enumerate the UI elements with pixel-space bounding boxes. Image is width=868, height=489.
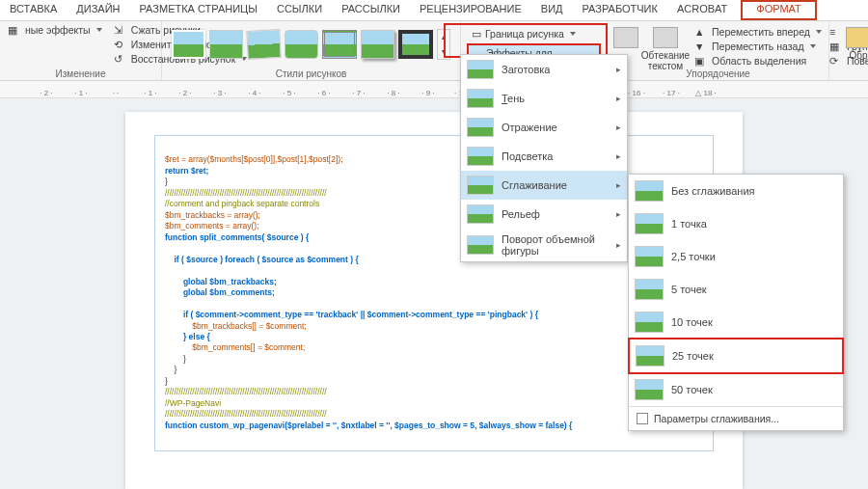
menu-item-reflection[interactable]: Отражение▸ [461, 113, 627, 142]
artistic-effects-button[interactable]: ▦ные эффекты [6, 23, 104, 37]
reset-icon: ↺ [114, 53, 127, 65]
code-line: $bm_trackbacks = array(); [165, 210, 260, 220]
style-thumb[interactable] [247, 29, 283, 60]
soft-edge-10pt[interactable]: 10 точек [629, 306, 843, 339]
tab-review[interactable]: РЕЦЕНЗИРОВАНИЕ [410, 0, 531, 20]
style-thumb[interactable] [285, 30, 318, 59]
border-icon: ▭ [472, 28, 481, 40]
compress-icon: ⇲ [114, 24, 127, 36]
code-line: ////////////////////////////////////////… [165, 409, 327, 419]
rotation-3d-icon [467, 235, 494, 255]
code-line: ////////////////////////////////////////… [165, 387, 327, 396]
soft-edge-1pt[interactable]: 1 точка [629, 207, 843, 240]
soft-edge-none[interactable]: Без сглаживания [629, 175, 843, 207]
crop-button[interactable]: Обр [835, 23, 868, 61]
soft-edges-icon [467, 176, 494, 195]
reflection-icon [467, 118, 494, 137]
soft-edges-gallery: Без сглаживания 1 точка 2,5 точки 5 точе… [628, 174, 844, 431]
group-label-arrange: Упорядочение [608, 68, 828, 79]
soft-edge-5pt[interactable]: 5 точек [629, 273, 843, 306]
soft-edge-50pt[interactable]: 50 точек [629, 373, 843, 406]
shadow-icon [467, 89, 494, 108]
code-line: } [165, 177, 168, 186]
picture-effects-menu: Заготовка▸ Тень▸ Отражение▸ Подсветка▸ С… [460, 54, 628, 262]
menu-item-glow[interactable]: Подсветка▸ [461, 142, 627, 171]
soft-edge-25pt[interactable]: 25 точек [628, 338, 844, 374]
wrap-text-button[interactable]: Обтекание текстом [642, 23, 689, 71]
soft-edges-options[interactable]: Параметры сглаживания... [629, 406, 843, 430]
code-line: //comment and pingback separate controls [165, 199, 319, 208]
change-picture-icon: ⟲ [114, 39, 127, 50]
code-line: } else { [165, 332, 210, 341]
tab-references[interactable]: ССЫЛКИ [267, 0, 332, 20]
menu-item-bevel[interactable]: Рельеф▸ [461, 200, 627, 229]
style-thumb[interactable] [398, 30, 433, 59]
bevel-icon [467, 204, 494, 224]
code-line: //WP-PageNavi [165, 398, 221, 408]
group-label-adjust: Изменение [0, 68, 161, 79]
tab-page-layout[interactable]: РАЗМЕТКА СТРАНИЦЫ [130, 0, 267, 20]
code-line: $ret = array($months[$post[0]],$post[1],… [165, 154, 343, 164]
code-line: $bm_trackbacks[] = $comment; [165, 321, 307, 331]
backward-icon: ▼ [694, 41, 708, 52]
crop-icon [846, 27, 868, 48]
style-thumb[interactable] [322, 30, 357, 59]
code-line: global $bm_trackbacks; [165, 277, 277, 286]
code-line: function custom_wp_pagenavi($prelabel = … [165, 421, 572, 430]
softedge-icon [636, 345, 665, 367]
code-line: function split_comments( $source ) { [165, 232, 309, 242]
soft-edge-2-5pt[interactable]: 2,5 точки [629, 240, 843, 273]
style-thumb[interactable] [361, 30, 394, 59]
submenu-arrow-icon: ▸ [616, 65, 621, 74]
selection-pane-button[interactable]: ▣Область выделения [692, 54, 824, 68]
bring-forward-button[interactable]: ▲Переместить вперед [692, 25, 824, 39]
position-icon [613, 27, 638, 48]
softedge-icon [635, 213, 664, 234]
picture-border-button[interactable]: ▭Граница рисунка [467, 25, 601, 42]
ribbon-tabs: ВСТАВКА ДИЗАЙН РАЗМЕТКА СТРАНИЦЫ ССЫЛКИ … [0, 0, 868, 21]
code-line: $bm_comments = array(); [165, 221, 259, 231]
code-line: if ( $comment->comment_type == 'trackbac… [165, 310, 538, 319]
code-line: global $bm_comments; [165, 287, 275, 297]
tab-acrobat[interactable]: ACROBAT [667, 0, 737, 20]
softedge-icon [635, 279, 664, 300]
style-thumb[interactable] [209, 30, 243, 59]
tab-mailings[interactable]: РАССЫЛКИ [332, 0, 410, 20]
code-line: } [165, 354, 186, 364]
send-backward-button[interactable]: ▼Переместить назад [692, 40, 824, 53]
code-line: } [165, 365, 176, 374]
code-line: if ( $source ) foreach ( $source as $com… [165, 255, 359, 264]
style-thumb[interactable] [172, 30, 205, 59]
group-label-styles: Стили рисунков [162, 68, 460, 79]
tab-view[interactable]: ВИД [531, 0, 573, 20]
softedge-icon [635, 379, 664, 400]
menu-item-3d-rotation[interactable]: Поворот объемной фигуры▸ [461, 229, 627, 261]
forward-icon: ▲ [694, 26, 708, 38]
picture-styles-gallery[interactable]: ▴▾ [168, 23, 454, 60]
ribbon-body: ▦ные эффекты ⇲Сжать рисунки ⟲Изменить ри… [0, 21, 868, 81]
tab-format[interactable]: ФОРМАТ [741, 0, 817, 20]
menu-item-shadow[interactable]: Тень▸ [461, 84, 627, 113]
tab-design[interactable]: ДИЗАЙН [67, 0, 129, 20]
tab-developer[interactable]: РАЗРАБОТЧИК [573, 0, 667, 20]
gallery-more-button[interactable]: ▴▾ [437, 29, 450, 60]
options-icon [637, 413, 648, 424]
effects-icon: ▦ [8, 24, 21, 36]
tab-insert[interactable]: ВСТАВКА [0, 0, 67, 20]
selection-icon: ▣ [694, 55, 708, 67]
menu-item-soft-edges[interactable]: Сглаживание▸ [461, 171, 627, 200]
code-line: $bm_comments[] = $comment; [165, 342, 305, 352]
softedge-icon [635, 180, 664, 202]
softedge-icon [635, 312, 664, 333]
glow-icon [467, 147, 494, 166]
softedge-icon [635, 246, 664, 267]
preset-icon [467, 60, 494, 79]
wrap-icon [653, 27, 678, 48]
code-line: return $ret; [165, 166, 208, 176]
code-line: } [165, 376, 168, 386]
code-line: ////////////////////////////////////////… [165, 188, 327, 198]
horizontal-ruler: · 2 ·· 1 ·· ·· 1 ·· 2 ·· 3 ·· 4 ·· 5 ·· … [0, 81, 868, 98]
menu-item-preset[interactable]: Заготовка▸ [461, 55, 627, 84]
